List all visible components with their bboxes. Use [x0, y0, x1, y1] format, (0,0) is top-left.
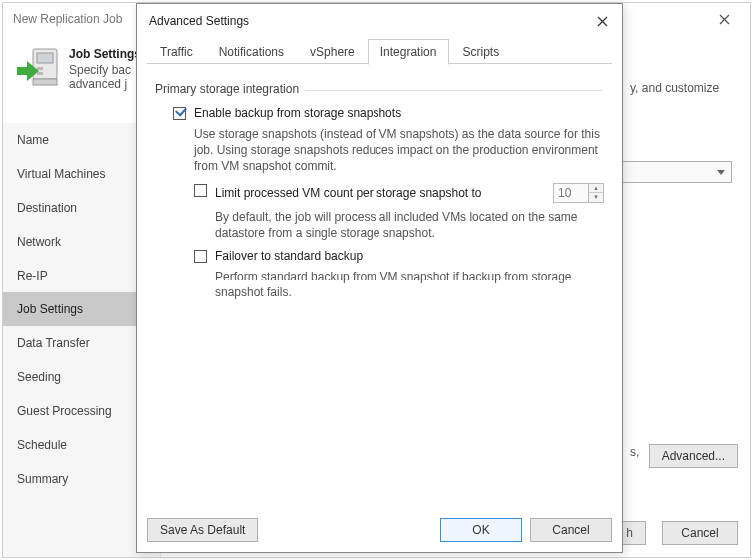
dialog-body: Primary storage integration Enable backu…	[137, 64, 622, 503]
advanced-settings-dialog: Advanced Settings Traffic Notifications …	[136, 3, 623, 553]
group-divider	[301, 90, 602, 91]
svg-rect-3	[37, 72, 43, 75]
advanced-button[interactable]: Advanced...	[649, 444, 738, 468]
dialog-tabs: Traffic Notifications vSphere Integratio…	[137, 38, 622, 64]
cancel-button[interactable]: Cancel	[662, 521, 738, 545]
save-as-default-button[interactable]: Save As Default	[147, 518, 258, 542]
job-settings-icon	[17, 47, 57, 87]
dialog-titlebar: Advanced Settings	[137, 4, 622, 38]
svg-rect-2	[37, 67, 43, 70]
failover-label: Failover to standard backup	[215, 249, 363, 263]
wizard-header-text: Job Settings Specify bacadvanced j	[69, 47, 141, 91]
spinner-down-icon[interactable]: ▼	[589, 193, 603, 202]
tab-traffic[interactable]: Traffic	[147, 39, 206, 64]
enable-backup-label: Enable backup from storage snapshots	[194, 106, 401, 120]
tab-integration[interactable]: Integration	[368, 39, 450, 65]
advanced-button-row: Advanced...	[649, 444, 738, 468]
limit-vm-count-description: By default, the job will process all inc…	[194, 207, 604, 245]
limit-vm-count-input[interactable]	[553, 183, 589, 203]
ok-button[interactable]: OK	[440, 518, 522, 542]
page-subtitle: Specify bacadvanced j	[69, 63, 141, 91]
tab-scripts[interactable]: Scripts	[449, 39, 512, 64]
wizard-footer-buttons: h Cancel	[613, 521, 738, 545]
dialog-title: Advanced Settings	[149, 14, 249, 28]
failover-checkbox[interactable]	[194, 250, 207, 263]
parent-text-peek-1: y, and customize	[630, 81, 719, 95]
limit-vm-count-checkbox[interactable]	[194, 184, 207, 197]
dialog-cancel-button[interactable]: Cancel	[530, 518, 612, 542]
close-icon[interactable]	[708, 3, 740, 35]
group-primary-storage: Primary storage integration	[155, 82, 305, 96]
dialog-close-icon[interactable]	[586, 5, 618, 37]
spinner-up-icon[interactable]: ▲	[589, 184, 603, 193]
enable-backup-description: Use storage snapshots (instead of VM sna…	[173, 124, 604, 179]
limit-vm-count-label: Limit processed VM count per storage sna…	[215, 186, 481, 200]
tab-notifications[interactable]: Notifications	[206, 39, 297, 64]
page-title: Job Settings	[69, 47, 141, 61]
svg-rect-1	[37, 53, 53, 63]
failover-description: Perform standard backup from VM snapshot…	[194, 267, 604, 304]
tab-vsphere[interactable]: vSphere	[297, 39, 368, 64]
enable-backup-checkbox[interactable]	[173, 107, 186, 120]
parent-text-peek-2: s,	[630, 445, 639, 459]
parent-title: New Replication Job	[13, 12, 122, 26]
svg-rect-4	[33, 79, 57, 85]
dialog-footer: Save As Default OK Cancel	[147, 518, 612, 542]
